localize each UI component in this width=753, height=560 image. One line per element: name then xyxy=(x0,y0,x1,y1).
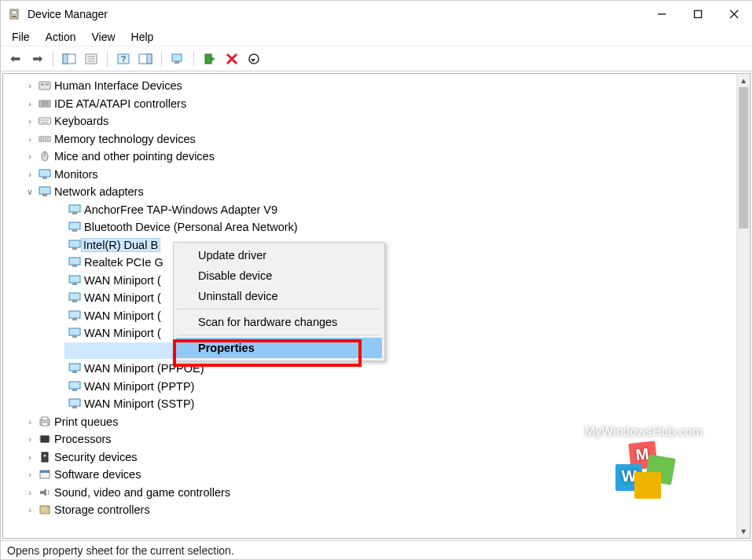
properties-toolbar-button[interactable] xyxy=(82,50,101,68)
network-icon xyxy=(66,362,83,375)
show-hide-console-tree-button[interactable] xyxy=(60,50,79,68)
network-icon xyxy=(66,221,83,233)
expander-icon[interactable]: › xyxy=(24,488,36,497)
tree-device[interactable]: WAN Miniport (SSTP) xyxy=(8,395,736,413)
scan-hardware-button[interactable] xyxy=(168,50,187,68)
svg-rect-74 xyxy=(42,417,48,420)
expander-icon[interactable]: › xyxy=(24,470,36,479)
svg-rect-70 xyxy=(72,389,77,391)
tree-category[interactable]: ›Keyboards xyxy=(8,112,736,130)
expander-icon[interactable]: › xyxy=(24,505,36,514)
svg-rect-4 xyxy=(695,11,702,18)
tree-item-label: IDE ATA/ATAPI controllers xyxy=(53,97,187,110)
expander-icon[interactable]: › xyxy=(24,170,36,179)
network-icon xyxy=(36,185,53,198)
minimize-button[interactable] xyxy=(644,2,680,26)
tree-item-label: WAN Miniport (PPTP) xyxy=(83,380,195,393)
svg-rect-59 xyxy=(69,293,80,300)
svg-rect-75 xyxy=(42,423,48,426)
expander-icon[interactable]: › xyxy=(24,81,36,90)
network-icon xyxy=(66,397,83,410)
tree-device[interactable]: WAN Miniport (PPPOE) xyxy=(8,360,736,378)
network-icon xyxy=(66,309,83,322)
tree-category[interactable]: ›Memory technology devices xyxy=(8,130,736,148)
svg-rect-68 xyxy=(72,371,77,373)
scroll-down-button[interactable]: ▼ xyxy=(737,525,750,538)
tree-device[interactable]: Bluetooth Device (Personal Area Network) xyxy=(8,218,736,236)
tree-item-label: WAN Miniport ( xyxy=(83,309,162,322)
close-button[interactable] xyxy=(716,2,752,26)
menu-file[interactable]: File xyxy=(4,27,38,46)
scroll-up-button[interactable]: ▲ xyxy=(737,74,750,87)
svg-rect-18 xyxy=(174,61,179,64)
menu-bar: File Action View Help xyxy=(1,27,752,46)
svg-rect-62 xyxy=(72,318,77,320)
svg-rect-8 xyxy=(63,54,68,64)
context-menu-item[interactable]: Uninstall device xyxy=(176,286,382,306)
tree-item-label: WAN Miniport (SSTP) xyxy=(83,397,195,410)
tree-category[interactable]: ›Print queues xyxy=(8,413,736,431)
tree-device[interactable]: AnchorFree TAP-Windows Adapter V9 xyxy=(8,201,736,219)
svg-rect-61 xyxy=(69,311,80,318)
tree-category[interactable]: ›Mice and other pointing devices xyxy=(8,148,736,166)
disable-device-button[interactable] xyxy=(244,50,263,68)
menu-view[interactable]: View xyxy=(83,27,123,46)
expander-icon[interactable]: › xyxy=(24,434,36,444)
tree-category[interactable]: ›Human Interface Devices xyxy=(8,77,736,95)
tree-device[interactable]: WAN Miniport (PPTP) xyxy=(8,378,736,396)
monitor-icon xyxy=(36,168,53,181)
menu-action[interactable]: Action xyxy=(38,27,84,46)
vertical-scrollbar[interactable]: ▲ ▼ xyxy=(736,74,750,538)
tree-category[interactable]: ›Security devices xyxy=(8,448,736,467)
svg-marker-20 xyxy=(211,57,215,61)
svg-rect-56 xyxy=(72,265,77,267)
expander-icon[interactable]: › xyxy=(24,99,36,108)
network-icon xyxy=(66,327,83,339)
context-menu-item[interactable]: Scan for hardware changes xyxy=(176,312,382,332)
help-button[interactable]: ? xyxy=(114,50,133,68)
svg-rect-49 xyxy=(69,205,80,212)
expander-icon[interactable]: › xyxy=(24,452,36,462)
tree-category[interactable]: ›Storage controllers xyxy=(8,501,736,519)
expander-icon[interactable]: › xyxy=(24,152,36,161)
expander-icon[interactable]: ∨ xyxy=(24,187,36,197)
context-menu-separator xyxy=(178,335,380,335)
svg-point-82 xyxy=(44,454,46,456)
svg-rect-16 xyxy=(147,54,152,64)
svg-rect-41 xyxy=(45,137,46,141)
tree-category[interactable]: ∨Network adapters xyxy=(8,183,736,201)
uninstall-device-button[interactable] xyxy=(222,50,241,68)
back-button[interactable]: ⬅ xyxy=(6,50,24,68)
svg-rect-39 xyxy=(40,137,42,141)
svg-rect-67 xyxy=(69,364,80,371)
expander-icon[interactable]: › xyxy=(24,116,36,126)
svg-rect-47 xyxy=(39,187,50,194)
forward-button[interactable]: ➡ xyxy=(28,50,46,68)
tree-category[interactable]: ›Processors xyxy=(8,430,736,448)
maximize-button[interactable] xyxy=(680,2,716,26)
action-pane-button[interactable] xyxy=(136,50,155,68)
tree-item-label: WAN Miniport ( xyxy=(83,327,162,339)
scroll-track[interactable] xyxy=(737,87,750,525)
tree-category[interactable]: ›IDE ATA/ATAPI controllers xyxy=(8,95,736,113)
tree-category[interactable]: ›Monitors xyxy=(8,166,736,184)
network-icon xyxy=(66,256,83,269)
context-menu-item[interactable]: Disable device xyxy=(176,265,382,286)
expander-icon[interactable]: › xyxy=(24,134,36,144)
tree-item-label: WAN Miniport (PPPOE) xyxy=(83,362,205,375)
context-menu-item[interactable]: Properties xyxy=(176,338,382,358)
svg-rect-57 xyxy=(69,276,80,283)
tree-item-label: Print queues xyxy=(53,415,119,428)
svg-rect-55 xyxy=(69,258,80,265)
tree-item-label: Storage controllers xyxy=(53,503,151,516)
context-menu-item[interactable]: Update driver xyxy=(176,245,382,265)
expander-icon[interactable]: › xyxy=(24,417,36,426)
tree-category[interactable]: ›Software devices xyxy=(8,466,736,484)
scroll-thumb[interactable] xyxy=(739,87,748,229)
tree-category[interactable]: ›Sound, video and game controllers xyxy=(8,484,736,502)
svg-rect-45 xyxy=(39,170,50,177)
tree-item-label: Network adapters xyxy=(53,185,145,198)
update-driver-button[interactable] xyxy=(200,50,219,68)
menu-help[interactable]: Help xyxy=(123,27,162,46)
window-title: Device Manager xyxy=(28,8,108,20)
